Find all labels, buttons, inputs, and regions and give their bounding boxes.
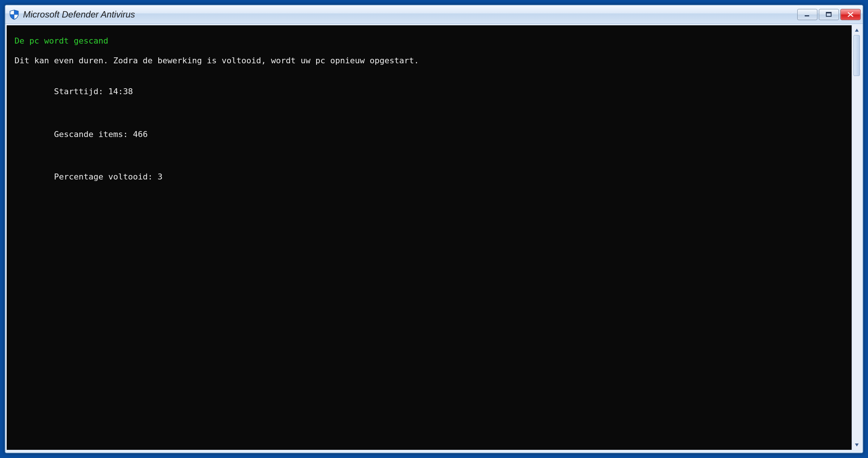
- svg-rect-4: [826, 12, 831, 13]
- scroll-thumb[interactable]: [853, 35, 860, 76]
- window-title: Microsoft Defender Antivirus: [23, 9, 797, 20]
- content-area: De pc wordt gescand Dit kan even duren. …: [5, 24, 863, 453]
- percent-complete-label: Percentage voltooid:: [54, 172, 153, 181]
- percent-complete-line: Percentage voltooid: 3: [15, 160, 844, 194]
- scroll-track[interactable]: [852, 35, 861, 440]
- vertical-scrollbar[interactable]: [852, 25, 861, 450]
- scanned-items-line: Gescande items: 466: [15, 117, 844, 152]
- start-time-value: 14:38: [108, 87, 133, 96]
- scan-heading: De pc wordt gescand: [15, 35, 844, 47]
- minimize-button[interactable]: [797, 9, 817, 20]
- svg-rect-2: [805, 15, 809, 16]
- console-output: De pc wordt gescand Dit kan even duren. …: [7, 25, 852, 450]
- start-time-line: Starttijd: 14:38: [15, 75, 844, 109]
- scan-info: Dit kan even duren. Zodra de bewerking i…: [15, 55, 844, 67]
- close-button[interactable]: [840, 9, 861, 20]
- scroll-down-arrow-icon[interactable]: [852, 440, 862, 450]
- titlebar[interactable]: Microsoft Defender Antivirus: [5, 5, 863, 24]
- window-controls: [797, 9, 861, 20]
- defender-shield-icon: [9, 9, 19, 20]
- start-time-label: Starttijd:: [54, 87, 103, 96]
- scanned-items-label: Gescande items:: [54, 130, 128, 139]
- scanned-items-value: 466: [133, 130, 148, 139]
- percent-complete-value: 3: [158, 172, 162, 181]
- maximize-button[interactable]: [819, 9, 839, 20]
- scroll-up-arrow-icon[interactable]: [852, 25, 862, 35]
- app-window: Microsoft Defender Antivirus De pc wordt…: [4, 4, 864, 454]
